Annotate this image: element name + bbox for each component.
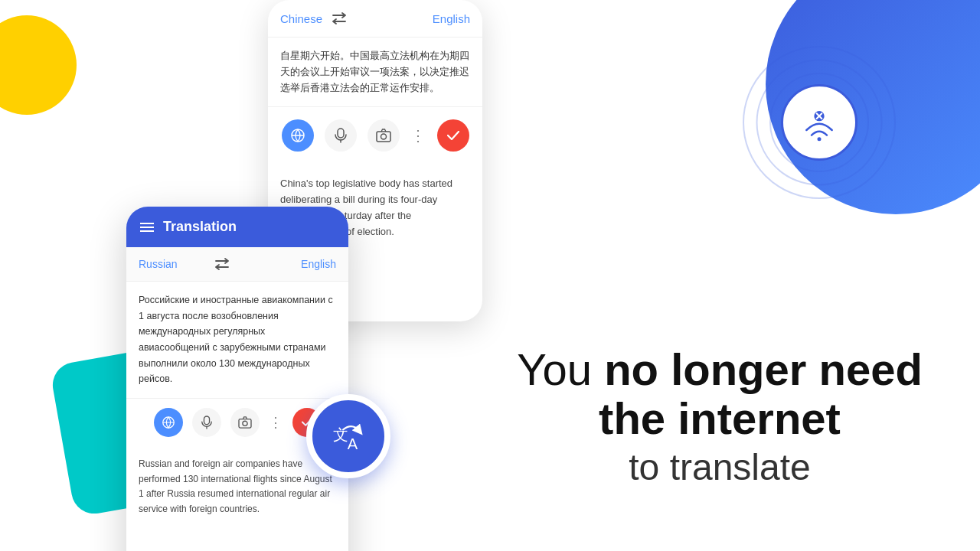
- source-lang-front: Russian: [139, 258, 178, 270]
- svg-rect-12: [239, 419, 251, 428]
- chinese-input-text: 自星期六开始。中国最高立法机构在为期四天的会议上开始审议一项法案，以决定推迟选举…: [268, 37, 482, 107]
- front-header-title: Translation: [163, 219, 237, 235]
- translate-btn-front[interactable]: [154, 408, 183, 437]
- hamburger-icon[interactable]: [140, 223, 154, 232]
- target-lang-back: English: [433, 12, 470, 25]
- headline-text-area: You no longer need the internet to trans…: [505, 345, 934, 490]
- swap-icon-back[interactable]: [328, 11, 350, 26]
- camera-btn-back[interactable]: [368, 119, 400, 152]
- source-lang-back: Chinese: [280, 12, 322, 25]
- mic-btn-back[interactable]: [325, 119, 357, 152]
- more-btn-back[interactable]: ⋮: [410, 126, 426, 145]
- yellow-circle-decoration: [0, 15, 77, 115]
- phone-front: Translation Russian English Российские и…: [126, 207, 348, 551]
- translate-btn-back[interactable]: [282, 119, 314, 152]
- phone-front-header: Translation: [126, 207, 348, 247]
- translation-badge: 文 A: [306, 394, 390, 478]
- mic-btn-front[interactable]: [192, 408, 221, 437]
- action-bar-back: ⋮: [268, 107, 482, 164]
- camera-btn-front[interactable]: [230, 408, 260, 437]
- swap-icon-front[interactable]: [211, 256, 233, 272]
- svg-rect-1: [338, 129, 344, 138]
- target-lang-front: English: [301, 258, 336, 270]
- svg-point-13: [242, 421, 247, 425]
- headline-line1: You no longer need: [505, 345, 934, 394]
- svg-text:A: A: [347, 435, 358, 452]
- lang-bar-front: Russian English: [126, 247, 348, 282]
- wifi-inner-circle: [781, 84, 858, 161]
- more-btn-front[interactable]: ⋮: [269, 414, 283, 431]
- confirm-btn-back[interactable]: [437, 119, 469, 152]
- svg-rect-3: [377, 132, 390, 142]
- headline-you: You: [517, 344, 604, 394]
- headline-line2: the internet: [505, 394, 934, 443]
- wifi-rings: [743, 46, 896, 199]
- svg-point-4: [381, 134, 386, 139]
- svg-point-8: [818, 137, 822, 141]
- wifi-off-container: [743, 46, 896, 199]
- headline-line3: to translate: [505, 445, 934, 490]
- lang-bar-back: Chinese English: [268, 0, 482, 37]
- headline-bold1: no longer need: [604, 344, 923, 394]
- svg-text:文: 文: [333, 426, 348, 443]
- russian-input-text: Российские и иностранные авиакомпании с …: [126, 282, 348, 399]
- svg-rect-10: [204, 416, 209, 425]
